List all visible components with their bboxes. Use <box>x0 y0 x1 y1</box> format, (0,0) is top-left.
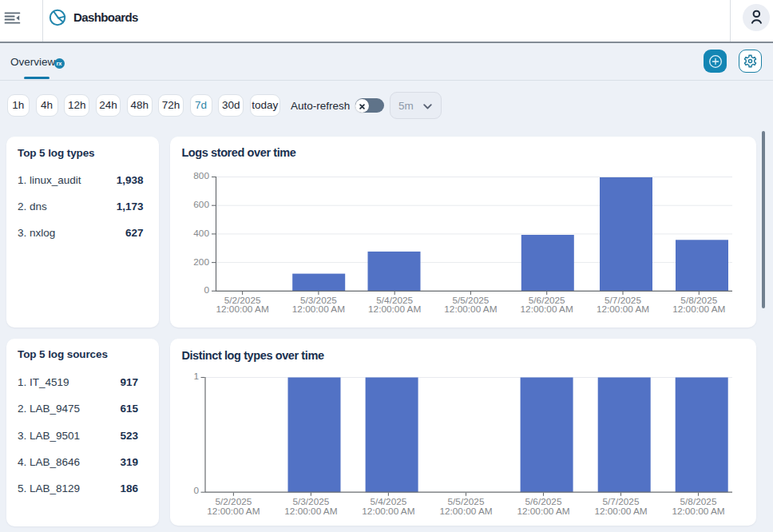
svg-text:12:00:00 AM: 12:00:00 AM <box>362 506 414 517</box>
svg-text:12:00:00 AM: 12:00:00 AM <box>672 304 725 315</box>
svg-text:0: 0 <box>204 284 209 296</box>
svg-text:12:00:00 AM: 12:00:00 AM <box>207 506 260 517</box>
svg-text:12:00:00 AM: 12:00:00 AM <box>517 506 569 517</box>
svg-text:600: 600 <box>193 199 209 210</box>
svg-text:12:00:00 AM: 12:00:00 AM <box>292 304 345 315</box>
svg-text:12:00:00 AM: 12:00:00 AM <box>444 304 497 315</box>
svg-text:12:00:00 AM: 12:00:00 AM <box>216 304 268 315</box>
svg-text:12:00:00 AM: 12:00:00 AM <box>521 304 573 315</box>
svg-text:800: 800 <box>193 170 209 181</box>
svg-text:1: 1 <box>193 371 199 382</box>
svg-text:12:00:00 AM: 12:00:00 AM <box>672 506 724 517</box>
svg-text:400: 400 <box>193 228 209 239</box>
svg-text:Distinct log types over time: Distinct log types over time <box>181 349 323 362</box>
svg-text:12:00:00 AM: 12:00:00 AM <box>597 304 649 315</box>
svg-text:200: 200 <box>193 256 209 268</box>
svg-text:12:00:00 AM: 12:00:00 AM <box>439 506 492 517</box>
svg-text:12:00:00 AM: 12:00:00 AM <box>368 304 421 315</box>
svg-text:12:00:00 AM: 12:00:00 AM <box>594 506 647 517</box>
svg-text:Logs stored over time: Logs stored over time <box>181 146 295 159</box>
svg-text:12:00:00 AM: 12:00:00 AM <box>284 506 337 517</box>
svg-text:0: 0 <box>193 485 199 496</box>
